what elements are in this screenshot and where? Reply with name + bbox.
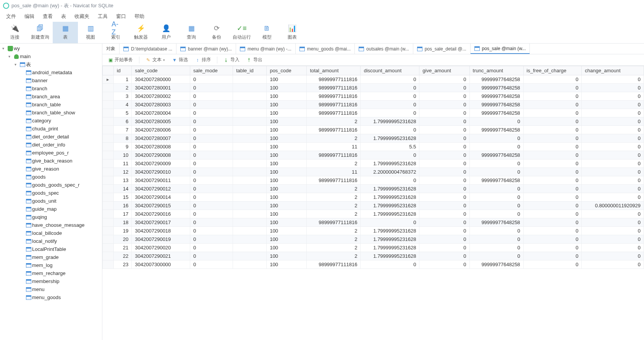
tree-table-membership[interactable]: membership: [0, 277, 102, 285]
cell-total_amount[interactable]: 2: [307, 185, 361, 193]
tree-table-mem_grade[interactable]: mem_grade: [0, 253, 102, 261]
row-indicator[interactable]: [103, 84, 114, 92]
cell-discount_amount[interactable]: 1.79999995231628: [361, 244, 419, 252]
cell-trunc_amount[interactable]: 0: [469, 193, 523, 202]
cell-table_id[interactable]: [233, 117, 267, 126]
cell-id[interactable]: 16: [113, 202, 132, 210]
cell-change_amount[interactable]: 0: [582, 235, 644, 244]
tab-1[interactable]: D:\temp\database ...: [120, 44, 176, 54]
cell-id[interactable]: 8: [113, 134, 132, 143]
cell-id[interactable]: 19: [113, 227, 132, 235]
cell-id[interactable]: 15: [113, 193, 132, 202]
row-indicator[interactable]: [103, 117, 114, 126]
cell-sale_code[interactable]: 3042007290019: [132, 235, 190, 244]
cell-trunc_amount[interactable]: 0: [469, 143, 523, 151]
cell-change_amount[interactable]: 0: [582, 75, 644, 84]
table-row[interactable]: 223042007290021010021.799999952316280000: [103, 252, 644, 260]
cell-trunc_amount[interactable]: 99999977648258: [469, 92, 523, 101]
tab-5[interactable]: outsales @main (w...: [355, 44, 413, 54]
cell-table_id[interactable]: [233, 143, 267, 151]
toolbar-auto[interactable]: ✓≡自动运行: [229, 22, 254, 43]
cell-table_id[interactable]: [233, 84, 267, 92]
cell-change_amount[interactable]: 0: [582, 101, 644, 109]
cell-discount_amount[interactable]: 1.79999995231628: [361, 252, 419, 260]
tree-table-diet_order_detail[interactable]: diet_order_detail: [0, 133, 102, 141]
cell-is_free_of_charge[interactable]: 0: [523, 244, 582, 252]
cell-give_amount[interactable]: 0: [419, 126, 469, 134]
cell-total_amount[interactable]: 2: [307, 244, 361, 252]
toolbar-model[interactable]: 🗎模型: [254, 22, 280, 43]
cell-pos_code[interactable]: 100: [267, 126, 307, 134]
tree-table-mem_log[interactable]: mem_log: [0, 261, 102, 269]
cell-sale_mode[interactable]: 0: [190, 227, 233, 235]
tab-6[interactable]: pos_sale_detail @...: [413, 44, 471, 54]
cell-total_amount[interactable]: 2: [307, 210, 361, 218]
cell-table_id[interactable]: [233, 75, 267, 84]
cell-discount_amount[interactable]: 0: [361, 109, 419, 117]
row-indicator[interactable]: [103, 244, 114, 252]
cell-sale_mode[interactable]: 0: [190, 218, 233, 227]
cell-trunc_amount[interactable]: 0: [469, 134, 523, 143]
cell-give_amount[interactable]: 0: [419, 244, 469, 252]
cell-id[interactable]: 13: [113, 176, 132, 185]
cell-trunc_amount[interactable]: 99999977648258: [469, 101, 523, 109]
cell-sale_mode[interactable]: 0: [190, 109, 233, 117]
cell-id[interactable]: 9: [113, 143, 132, 151]
cell-discount_amount[interactable]: 1.79999995231628: [361, 227, 419, 235]
menu-0[interactable]: 文件: [2, 11, 20, 21]
cell-discount_amount[interactable]: 0: [361, 126, 419, 134]
table-row[interactable]: 1230420072900100100112.20000004768372000…: [103, 168, 644, 176]
cell-total_amount[interactable]: 98999977111816: [307, 260, 361, 269]
tree-table-menu_goods[interactable]: menu_goods: [0, 293, 102, 301]
cell-discount_amount[interactable]: 1.79999995231628: [361, 159, 419, 168]
cell-trunc_amount[interactable]: 99999977648258: [469, 218, 523, 227]
tree-schema[interactable]: ▾main: [0, 52, 102, 60]
cell-total_amount[interactable]: 98999977111816: [307, 75, 361, 84]
table-row[interactable]: 2304200728000101009899997711181600999999…: [103, 84, 644, 92]
cell-pos_code[interactable]: 100: [267, 92, 307, 101]
cell-trunc_amount[interactable]: 0: [469, 159, 523, 168]
cell-sale_code[interactable]: 3042007290018: [132, 227, 190, 235]
cell-id[interactable]: 22: [113, 252, 132, 260]
table-row[interactable]: 5304200728000401009899997711181600999999…: [103, 109, 644, 117]
tree-table-local_notify[interactable]: local_notify: [0, 237, 102, 245]
row-header[interactable]: [103, 66, 114, 75]
cell-give_amount[interactable]: 0: [419, 202, 469, 210]
cell-sale_code[interactable]: 3042007290010: [132, 168, 190, 176]
cell-sale_code[interactable]: 3042007280008: [132, 143, 190, 151]
cell-sale_code[interactable]: 3042007280004: [132, 109, 190, 117]
cell-is_free_of_charge[interactable]: 0: [523, 193, 582, 202]
cell-discount_amount[interactable]: 2.20000004768372: [361, 168, 419, 176]
cell-sale_mode[interactable]: 0: [190, 202, 233, 210]
cell-table_id[interactable]: [233, 168, 267, 176]
cell-change_amount[interactable]: 0: [582, 227, 644, 235]
cell-discount_amount[interactable]: 0: [361, 101, 419, 109]
data-grid[interactable]: idsale_codesale_modetable_idpos_codetota…: [102, 66, 644, 269]
table-row[interactable]: 193042007290018010021.799999952316280000: [103, 227, 644, 235]
tab-2[interactable]: banner @main (wy)...: [176, 44, 236, 54]
cell-table_id[interactable]: [233, 260, 267, 269]
cell-change_amount[interactable]: 0: [582, 84, 644, 92]
cell-is_free_of_charge[interactable]: 0: [523, 176, 582, 185]
cell-discount_amount[interactable]: 5.5: [361, 143, 419, 151]
cell-pos_code[interactable]: 100: [267, 202, 307, 210]
cell-is_free_of_charge[interactable]: 0: [523, 252, 582, 260]
table-row[interactable]: 143042007290012010021.799999952316280000: [103, 185, 644, 193]
table-row[interactable]: 63042007280005010021.799999952316280000: [103, 117, 644, 126]
cell-sale_code[interactable]: 3042007290012: [132, 185, 190, 193]
cell-is_free_of_charge[interactable]: 0: [523, 210, 582, 218]
cell-pos_code[interactable]: 100: [267, 159, 307, 168]
tree-table-goods[interactable]: goods: [0, 173, 102, 181]
cell-id[interactable]: 5: [113, 109, 132, 117]
cell-id[interactable]: 7: [113, 126, 132, 134]
cell-id[interactable]: 21: [113, 244, 132, 252]
cell-discount_amount[interactable]: 1.79999995231628: [361, 235, 419, 244]
cell-table_id[interactable]: [233, 159, 267, 168]
col-is_free_of_charge[interactable]: is_free_of_charge: [523, 66, 582, 75]
cell-total_amount[interactable]: 98999977111816: [307, 176, 361, 185]
cell-give_amount[interactable]: 0: [419, 210, 469, 218]
cell-change_amount[interactable]: 0: [582, 176, 644, 185]
cell-give_amount[interactable]: 0: [419, 260, 469, 269]
tree-table-android_metadata[interactable]: android_metadata: [0, 68, 102, 76]
cell-trunc_amount[interactable]: 99999977648258: [469, 176, 523, 185]
